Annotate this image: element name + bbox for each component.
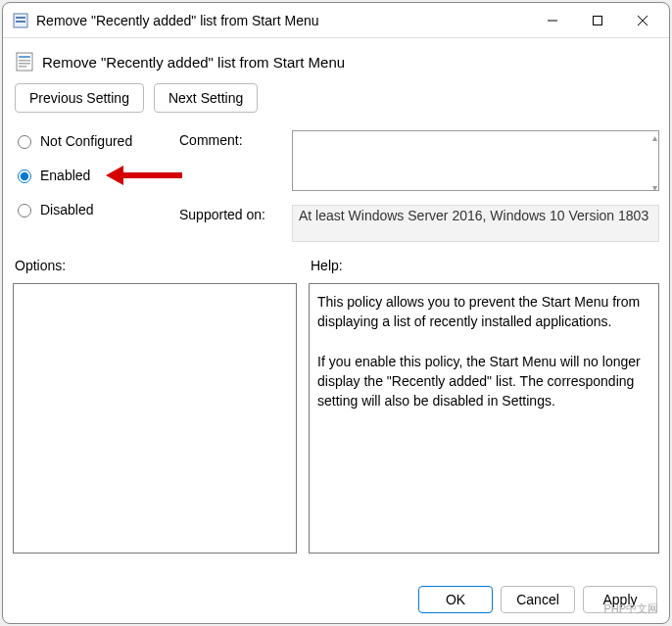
svg-rect-4 bbox=[594, 16, 602, 24]
svg-rect-11 bbox=[19, 66, 26, 68]
svg-rect-1 bbox=[16, 17, 25, 19]
help-box: This policy allows you to prevent the St… bbox=[309, 283, 659, 554]
next-setting-button[interactable]: Next Setting bbox=[154, 83, 258, 113]
policy-file-icon bbox=[13, 13, 28, 28]
minimize-button[interactable] bbox=[530, 5, 575, 36]
options-box bbox=[13, 283, 297, 554]
radio-not-configured-label: Not Configured bbox=[40, 133, 132, 149]
policy-title: Remove "Recently added" list from Start … bbox=[42, 54, 345, 71]
comment-label: Comment: bbox=[179, 130, 282, 148]
radio-not-configured-input[interactable] bbox=[18, 135, 31, 149]
radio-disabled[interactable]: Disabled bbox=[13, 201, 160, 217]
policy-document-icon bbox=[15, 52, 34, 72]
close-button[interactable] bbox=[620, 5, 665, 36]
radio-not-configured[interactable]: Not Configured bbox=[13, 132, 160, 149]
options-column: Options: bbox=[13, 258, 297, 570]
previous-setting-button[interactable]: Previous Setting bbox=[15, 83, 144, 113]
options-label: Options: bbox=[13, 258, 297, 273]
supported-on-text: At least Windows Server 2016, Windows 10… bbox=[292, 205, 659, 242]
policy-header: Remove "Recently added" list from Start … bbox=[13, 44, 659, 83]
supported-label: Supported on: bbox=[179, 205, 282, 222]
radio-enabled[interactable]: Enabled bbox=[13, 167, 160, 183]
svg-rect-9 bbox=[19, 60, 30, 62]
apply-button[interactable]: Apply bbox=[583, 586, 657, 613]
supported-row: Supported on: At least Windows Server 20… bbox=[179, 205, 659, 242]
svg-rect-7 bbox=[17, 53, 32, 71]
mid-section: Not Configured Enabled Disabled Comment:… bbox=[13, 130, 659, 242]
comment-textarea[interactable] bbox=[292, 130, 659, 191]
scroll-down-icon: ▾ bbox=[652, 182, 657, 193]
radio-enabled-input[interactable] bbox=[18, 169, 31, 183]
content-area: Remove "Recently added" list from Start … bbox=[3, 38, 669, 576]
info-column: Comment: ▴ ▾ Supported on: At least Wind… bbox=[179, 130, 659, 242]
help-label: Help: bbox=[309, 258, 659, 273]
scroll-up-icon: ▴ bbox=[652, 132, 657, 143]
nav-buttons: Previous Setting Next Setting bbox=[13, 83, 659, 113]
window-controls bbox=[530, 5, 665, 36]
footer: OK Cancel Apply bbox=[3, 576, 669, 623]
policy-dialog: Remove "Recently added" list from Start … bbox=[2, 2, 670, 624]
radio-enabled-label: Enabled bbox=[40, 168, 90, 183]
radio-disabled-label: Disabled bbox=[40, 202, 93, 217]
window-title: Remove "Recently added" list from Start … bbox=[36, 13, 530, 28]
svg-rect-10 bbox=[19, 63, 30, 65]
svg-rect-8 bbox=[19, 56, 30, 58]
state-radio-group: Not Configured Enabled Disabled bbox=[13, 130, 160, 242]
svg-rect-2 bbox=[16, 21, 25, 23]
lower-section: Options: Help: This policy allows you to… bbox=[13, 258, 659, 570]
maximize-button[interactable] bbox=[575, 5, 620, 36]
ok-button[interactable]: OK bbox=[418, 586, 493, 613]
help-column: Help: This policy allows you to prevent … bbox=[309, 258, 659, 570]
radio-disabled-input[interactable] bbox=[18, 204, 31, 217]
comment-row: Comment: ▴ ▾ bbox=[179, 130, 659, 195]
cancel-button[interactable]: Cancel bbox=[501, 586, 575, 613]
titlebar: Remove "Recently added" list from Start … bbox=[3, 3, 669, 38]
